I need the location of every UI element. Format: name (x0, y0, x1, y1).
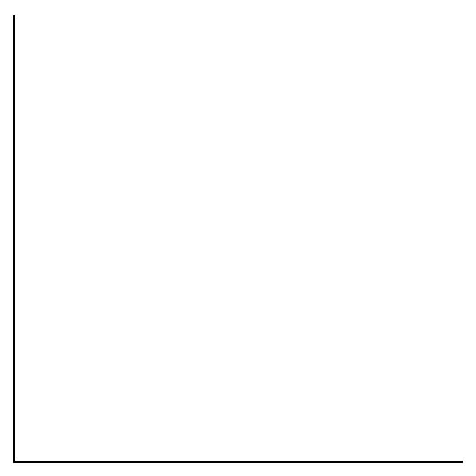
gradient-background (15, 15, 463, 461)
chart-container (0, 0, 476, 476)
svg-rect-0 (15, 15, 463, 461)
plot-area (13, 15, 463, 463)
